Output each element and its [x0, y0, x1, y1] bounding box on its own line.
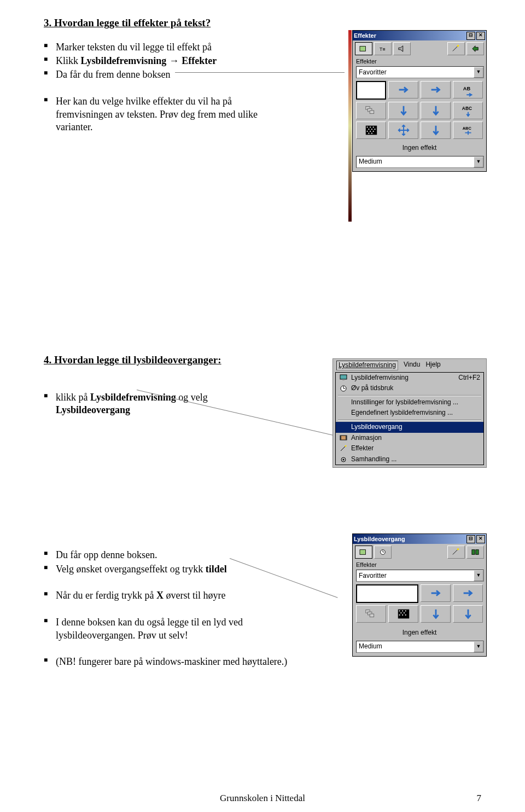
- effect-arrow-right[interactable]: [421, 81, 451, 98]
- bullet-li: Velg ønsket overgangseffekt og trykk til…: [44, 563, 306, 576]
- film-icon: [339, 434, 348, 442]
- menu-item-custom[interactable]: Egendefinert lysbildefremvisning ...: [336, 408, 483, 419]
- tab-assign-icon[interactable]: [466, 42, 484, 55]
- bullet-text: Klikk: [56, 55, 81, 66]
- section-4-list: klikk på Lysbildefremvisning og velg Lys…: [44, 391, 295, 417]
- tab-sound-icon[interactable]: [393, 42, 411, 55]
- tab-assign-icon[interactable]: [466, 546, 484, 559]
- menu-vindu[interactable]: Vindu: [404, 361, 420, 370]
- svg-rect-7: [366, 127, 368, 128]
- svg-rect-37: [402, 611, 403, 612]
- bullet-bold: tildel: [206, 564, 227, 575]
- tab-effects-icon[interactable]: [355, 546, 372, 559]
- effect-arrow-down[interactable]: [421, 605, 451, 623]
- effect-abc[interactable]: ABC: [453, 102, 483, 119]
- effect-dissolve[interactable]: [388, 605, 418, 623]
- effect-ab[interactable]: AB: [453, 81, 483, 98]
- bullet-text: Velg ønsket overgangseffekt og trykk: [56, 564, 206, 575]
- menu-hjelp[interactable]: Hjelp: [425, 361, 440, 370]
- effects-grid: AB ABC ABC: [356, 81, 483, 139]
- svg-rect-43: [405, 614, 406, 616]
- effect-arrow-right[interactable]: [453, 584, 483, 602]
- panel-titlebar[interactable]: Effekter ⊟ ✕: [353, 31, 486, 40]
- svg-rect-34: [370, 614, 374, 617]
- chevron-down-icon: ▼: [474, 570, 483, 581]
- menu-item-interaction[interactable]: Samhandling ...: [336, 454, 483, 465]
- bullet-li: Marker teksten du vil legge til effekt p…: [44, 41, 290, 54]
- svg-rect-9: [372, 127, 374, 128]
- panel-titlebar[interactable]: Lysbildeovergang ⊟ ✕: [353, 534, 486, 544]
- effect-none-label: Ingen effekt: [356, 627, 483, 641]
- tab-effects-icon[interactable]: [355, 42, 372, 55]
- bullet-li: Her kan du velge hvilke effekter du vil …: [44, 95, 290, 134]
- menu-item-settings[interactable]: Innstillinger for lysbildefremvisning ..…: [336, 397, 483, 408]
- panel-section-label: Effekter: [356, 561, 483, 569]
- effekter-panel: Effekter ⊟ ✕ T≡ Effekter Favoritter ▼: [352, 30, 487, 172]
- decorative-strip: [348, 30, 352, 222]
- effect-cascade[interactable]: [356, 102, 386, 119]
- svg-rect-14: [370, 131, 371, 132]
- effect-arrow-right[interactable]: [388, 81, 418, 98]
- menu-item-effects[interactable]: Effekter: [336, 443, 483, 454]
- section-4-lower-list-3: I denne boksen kan du også legge til en …: [44, 616, 306, 642]
- svg-rect-38: [405, 611, 406, 612]
- menu-separator: [338, 420, 481, 421]
- effect-arrow-down[interactable]: [388, 102, 418, 119]
- bullet-text: klikk på: [56, 392, 90, 403]
- effect-abc-cross[interactable]: ABC: [453, 121, 483, 139]
- menu-item-label: Effekter: [351, 444, 374, 453]
- close-button[interactable]: ✕: [476, 32, 485, 40]
- svg-rect-27: [360, 550, 366, 555]
- chevron-down-icon: ▼: [474, 641, 483, 652]
- tack-button[interactable]: ⊟: [466, 32, 475, 40]
- bullet-text: Her kan du velge hvilke effekter du vil …: [56, 96, 258, 132]
- menu-lysbildefremvisning[interactable]: Lysbildefremvisning: [336, 361, 398, 370]
- bullet-bold: Lysbildeovergang: [56, 404, 130, 415]
- svg-rect-22: [340, 436, 341, 440]
- effect-arrow-down[interactable]: [453, 605, 483, 623]
- bullet-text: Du får opp denne boksen.: [56, 549, 157, 560]
- effect-arrow-right[interactable]: [421, 584, 451, 602]
- effect-arrow-down[interactable]: [421, 102, 451, 119]
- bullet-bold: Lysbildefremvisning: [81, 55, 167, 66]
- section-4-lower-list-2: Når du er ferdig trykk på X øverst til h…: [44, 589, 306, 602]
- effects-category-combo[interactable]: Favoritter ▼: [356, 66, 484, 78]
- menu-item-rehearse[interactable]: Øv på tidsbruk: [336, 383, 483, 394]
- effect-none[interactable]: [356, 81, 386, 100]
- tack-button[interactable]: ⊟: [466, 535, 475, 543]
- effect-cross[interactable]: [388, 121, 418, 139]
- menu-item-label: Lysbildeovergang: [351, 423, 402, 432]
- section-3-list: Marker teksten du vil legge til effekt p…: [44, 41, 290, 82]
- bullet-bold: Effekter: [182, 55, 217, 66]
- menu-item-transition[interactable]: Lysbildeovergang: [336, 422, 483, 433]
- effect-label: AB: [463, 86, 470, 91]
- effect-cascade[interactable]: [356, 605, 386, 623]
- svg-rect-13: [366, 131, 368, 132]
- effect-none[interactable]: [356, 584, 418, 603]
- speed-combo[interactable]: Medium ▼: [356, 156, 484, 168]
- tab-wand-icon[interactable]: [447, 42, 465, 55]
- close-button[interactable]: ✕: [476, 535, 485, 543]
- effect-dissolve[interactable]: [356, 121, 386, 139]
- combo-value: Favoritter: [357, 572, 474, 581]
- tab-text-icon[interactable]: T≡: [374, 42, 392, 55]
- svg-rect-15: [372, 131, 374, 132]
- menu-item-animation[interactable]: Animasjon: [336, 433, 483, 444]
- section-3-heading: 3. Hvordan legge til effekter på tekst?: [44, 16, 487, 30]
- effect-none-label: Ingen effekt: [356, 142, 483, 156]
- effect-arrow-down[interactable]: [421, 121, 451, 139]
- menu-shortcut: Ctrl+F2: [458, 374, 480, 382]
- tab-timing-icon[interactable]: [374, 546, 392, 559]
- chevron-down-icon: ▼: [474, 67, 483, 78]
- menu-item-slideshow[interactable]: Lysbildefremvisning Ctrl+F2: [336, 373, 483, 384]
- speed-combo[interactable]: Medium ▼: [356, 641, 484, 653]
- svg-rect-5: [370, 111, 374, 114]
- bullet-text: (NB! fungerer bare på windows-maskiner m…: [56, 656, 287, 667]
- tab-wand-icon[interactable]: [447, 546, 465, 559]
- svg-rect-10: [368, 129, 369, 130]
- bullet-text: og velg: [176, 392, 208, 403]
- svg-rect-12: [374, 129, 375, 130]
- effects-category-combo[interactable]: Favoritter ▼: [356, 570, 484, 582]
- combo-value: Medium: [357, 158, 474, 166]
- arrow-icon: →: [166, 55, 182, 66]
